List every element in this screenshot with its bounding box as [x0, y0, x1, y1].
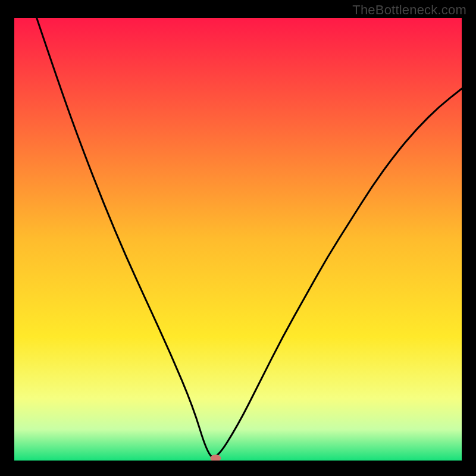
plot-area: [14, 18, 462, 461]
bottleneck-chart: [14, 18, 462, 461]
chart-frame: TheBottleneck.com: [0, 0, 476, 476]
gradient-background: [14, 18, 462, 461]
watermark-text: TheBottleneck.com: [352, 2, 466, 18]
